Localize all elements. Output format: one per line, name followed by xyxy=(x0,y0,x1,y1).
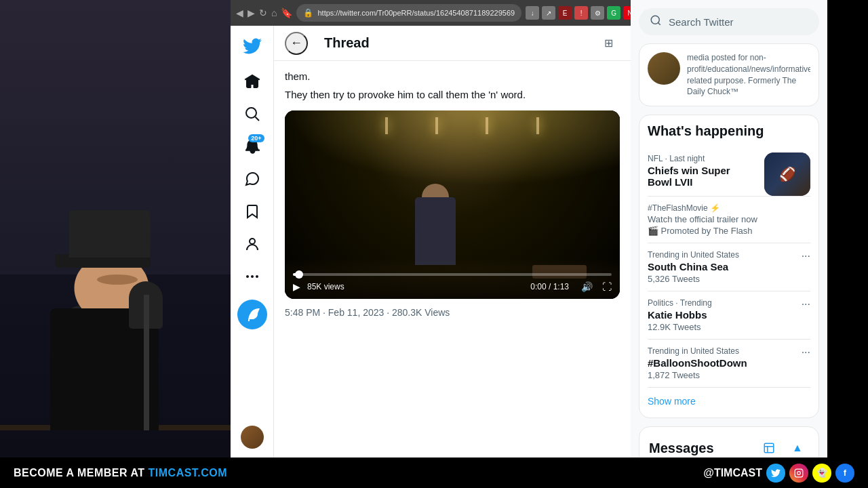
profile-avatar xyxy=(648,52,680,85)
new-message-button[interactable] xyxy=(757,436,781,458)
video-progress-bar[interactable] xyxy=(293,273,612,276)
search-box[interactable]: Search Twitter xyxy=(639,8,819,35)
download-button[interactable]: ↓ xyxy=(526,6,539,20)
twitter-social-icon[interactable] xyxy=(766,464,785,483)
trending-count-balloon: 1,872 Tweets xyxy=(648,370,810,380)
messages-section: Messages ▲ xyxy=(639,426,819,458)
trending-meta-balloon: Trending in United States xyxy=(648,346,810,356)
trending-more-scs[interactable]: ··· xyxy=(802,250,810,262)
trending-name-flash: Watch the official trailer now xyxy=(648,214,810,224)
trending-item-scs[interactable]: ··· Trending in United States South Chin… xyxy=(648,243,810,291)
streamer-section xyxy=(0,0,231,458)
svg-point-2 xyxy=(250,239,255,244)
trending-meta-katie: Politics · Trending xyxy=(648,298,810,308)
forward-button[interactable]: ▶ xyxy=(248,5,255,20)
twitter-sidebar: 20+ xyxy=(231,26,274,458)
thread-header-actions: ⊞ xyxy=(597,32,620,55)
sidebar-home-btn[interactable] xyxy=(237,66,267,96)
address-bar[interactable]: 🔒 https://twitter.com/Tr00peRR/status/16… xyxy=(296,4,521,22)
trending-meta-flash: #TheFlashMovie ⚡ xyxy=(648,203,810,213)
refresh-button[interactable]: ↻ xyxy=(259,5,267,20)
messages-title: Messages xyxy=(649,441,714,456)
thread-back-button[interactable]: ← xyxy=(285,32,308,55)
thread-content: ← Thread ⊞ them. They then try to provok… xyxy=(274,26,631,458)
show-more-button[interactable]: Show more xyxy=(648,388,810,409)
share-button[interactable]: ↗ xyxy=(542,6,555,20)
tweet-text-2: They then try to provoke him to call the… xyxy=(285,87,620,103)
trending-name-katie: Katie Hobbs xyxy=(648,309,810,321)
messages-actions: ▲ xyxy=(757,436,809,458)
home-button[interactable]: ⌂ xyxy=(271,5,277,20)
twitter-logo[interactable] xyxy=(237,31,267,61)
bookmark-button[interactable]: 🔖 xyxy=(281,5,292,20)
banner-site: TIMCAST.COM xyxy=(149,467,228,479)
snapchat-social-icon[interactable]: 👻 xyxy=(812,464,831,483)
trending-count-katie: 12.9K Tweets xyxy=(648,322,810,332)
sidebar-communities-btn[interactable] xyxy=(237,229,267,259)
bottom-banner: BECOME A MEMBER AT TIMCAST.COM @TIMCAST … xyxy=(0,458,868,488)
trending-item-katie[interactable]: ··· Politics · Trending Katie Hobbs 12.9… xyxy=(648,291,810,340)
trending-more-katie[interactable]: ··· xyxy=(802,298,810,310)
trending-name-nfl: Chiefs win Super Bowl LVII xyxy=(648,165,756,188)
nfl-thumbnail: 🏈 xyxy=(764,152,810,196)
ext-btn-3[interactable]: ⚙ xyxy=(591,6,604,20)
svg-point-5 xyxy=(256,275,258,278)
svg-point-12 xyxy=(797,471,801,474)
svg-point-0 xyxy=(246,108,256,118)
sidebar-bookmarks-btn[interactable] xyxy=(237,197,267,226)
sidebar-post-btn[interactable] xyxy=(237,300,267,329)
thread-header: ← Thread ⊞ xyxy=(274,26,631,61)
twitter-layout: 20+ xyxy=(231,26,631,458)
trending-sub-flash: 🎬 Promoted by The Flash xyxy=(648,226,810,236)
video-controls: ▶ 85K views 0:00 / 1:13 🔊 ⛶ xyxy=(285,268,620,299)
compose-message-button[interactable]: ▲ xyxy=(786,436,809,458)
video-controls-row: ▶ 85K views 0:00 / 1:13 🔊 ⛶ xyxy=(293,281,612,292)
ext-btn-1[interactable]: E xyxy=(558,6,572,20)
trending-count-scs: 5,326 Tweets xyxy=(648,274,810,284)
messages-header: Messages ▲ xyxy=(649,436,809,458)
banner-handle: @TIMCAST xyxy=(703,467,762,479)
trending-more-balloon[interactable]: ··· xyxy=(802,346,810,359)
svg-rect-11 xyxy=(795,469,803,477)
thread-layout-button[interactable]: ⊞ xyxy=(597,32,620,55)
back-button[interactable]: ◀ xyxy=(236,5,243,20)
sidebar-messages-btn[interactable] xyxy=(237,164,267,194)
video-scrubber[interactable] xyxy=(295,270,303,279)
fullscreen-button[interactable]: ⛶ xyxy=(602,281,612,292)
video-player[interactable]: ▶ 85K views 0:00 / 1:13 🔊 ⛶ xyxy=(285,110,620,299)
banner-social: @TIMCAST 👻 f xyxy=(703,464,854,483)
sidebar-notifications-btn[interactable]: 20+ xyxy=(237,131,267,161)
main-area: ◀ ▶ ↻ ⌂ 🔖 🔒 https://twitter.com/Tr00peRR… xyxy=(0,0,868,458)
svg-point-6 xyxy=(651,16,659,24)
trending-item-flash[interactable]: #TheFlashMovie ⚡ Watch the official trai… xyxy=(648,197,810,243)
ext-btn-2[interactable]: ! xyxy=(574,6,588,20)
trending-name-balloon: #BalloonShootDown xyxy=(648,357,810,369)
search-placeholder: Search Twitter xyxy=(669,16,734,28)
streamer-video xyxy=(0,0,231,458)
trending-item-nfl[interactable]: NFL · Last night Chiefs win Super Bowl L… xyxy=(648,147,810,197)
svg-point-13 xyxy=(801,470,802,471)
svg-line-1 xyxy=(255,117,259,121)
video-views: 85K views xyxy=(307,282,344,291)
sidebar-avatar-btn[interactable] xyxy=(237,422,267,452)
instagram-social-icon[interactable] xyxy=(789,464,808,483)
browser-chrome: ◀ ▶ ↻ ⌂ 🔖 🔒 https://twitter.com/Tr00peRR… xyxy=(231,0,631,26)
profile-card: media posted for non-profit/educational/… xyxy=(639,43,819,106)
trending-meta-nfl: NFL · Last night xyxy=(648,154,756,163)
sidebar-more-btn[interactable] xyxy=(237,262,267,291)
search-icon xyxy=(650,14,662,29)
ext-btn-4[interactable]: G xyxy=(607,6,620,20)
volume-button[interactable]: 🔊 xyxy=(581,281,593,292)
facebook-social-icon[interactable]: f xyxy=(835,464,854,483)
url-text: https://twitter.com/Tr00peRR/status/1624… xyxy=(317,9,515,17)
trending-item-balloon[interactable]: ··· Trending in United States #BalloonSh… xyxy=(648,340,810,388)
video-time: 0:00 / 1:13 xyxy=(530,282,569,291)
play-button[interactable]: ▶ xyxy=(293,281,300,292)
tweet-text-1: them. xyxy=(285,69,620,85)
profile-text: media posted for non-profit/educational/… xyxy=(687,52,810,98)
trending-card: What's happening NFL · Last night Chiefs… xyxy=(639,115,819,418)
banner-become-member: BECOME A MEMBER AT xyxy=(14,467,149,479)
trending-name-scs: South China Sea xyxy=(648,261,810,272)
thread-title: Thread xyxy=(324,35,370,51)
sidebar-explore-btn[interactable] xyxy=(237,99,267,129)
